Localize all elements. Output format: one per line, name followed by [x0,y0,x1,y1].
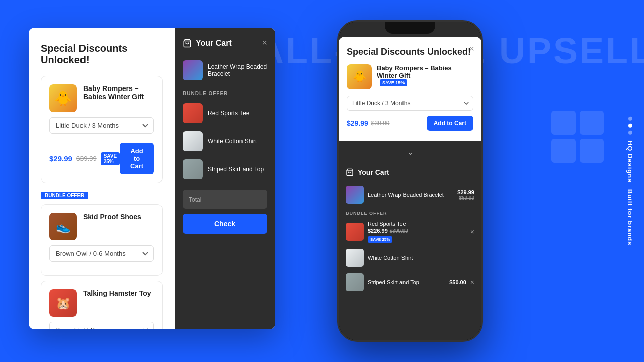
product-name-shoes: Skid Proof Shoes [83,213,154,221]
cart-item-name-bracelet: Leather Wrap Beaded Bracelet [208,63,267,77]
mobile-price-row-baby: $29.99 $39.99 [347,119,390,127]
mobile-remove-red-tee[interactable]: × [470,228,474,236]
product-name-hamster: Talking Hamster Toy [83,289,154,297]
dot-3 [628,131,632,135]
chevron-down-icon: ⌄ [339,142,481,161]
mobile-cart-price-orig-bracelet: $69.99 [457,195,474,201]
mobile-remove-skirt[interactable]: × [470,278,474,286]
cart-item-img-white-shirt [183,131,203,151]
dot-1 [628,117,632,121]
bundle-badge: BUNDLE OFFER [41,192,88,199]
mobile-cart-info-skirt: Striped Skirt and Top [368,279,445,285]
right-branding: HQ Designs Built for brands [626,117,634,245]
mobile-price-original-baby: $39.99 [371,120,390,127]
mobile-price-current-baby: $29.99 [347,119,368,127]
add-to-cart-baby[interactable]: Add to Cart [120,143,154,174]
dot-indicators [628,117,632,135]
cart-title: Your Cart [183,39,232,48]
desktop-popup: Special Discounts Unlocked! 🐥 Baby Rompe… [29,28,275,329]
mobile-cart-img-skirt [346,273,364,291]
product-row-shoes: 👟 Skid Proof Shoes [49,213,154,240]
variant-select-hamster[interactable]: Xmas Light Brown [49,322,154,329]
product-img-hamster: 🐹 [49,289,77,317]
mobile-cart-info-red-tee: Red Sports Tee $226.99 $399.99 SAVE 25% [368,221,466,243]
variant-select-baby[interactable]: Little Duck / 3 Months [49,117,154,134]
mobile-cart-price-orig-red-tee: $399.99 [390,228,408,234]
decorative-squares [551,111,604,163]
phone-screen: Special Discounts Unlocked! × 🐥 Baby Rom… [339,22,481,340]
mobile-product-info-baby: Baby Rompers – Babies Winter Gift SAVE 1… [377,64,473,86]
mobile-card-footer-baby: $29.99 $39.99 Add to Cart [347,116,473,131]
mobile-cart-img-bracelet [346,186,364,204]
mobile-discount-popup: Special Discounts Unlocked! × 🐥 Baby Rom… [339,37,481,141]
mobile-variant-select-baby[interactable]: Little Duck / 3 Months [347,96,473,111]
cart-item-name-skirt: Striped Skirt and Top [208,166,267,173]
product-img-shoes: 👟 [49,213,77,240]
mobile-close-button[interactable]: × [469,44,474,54]
mobile-cart-img-white-shirt [346,249,364,267]
mobile-cart-prices-bracelet: $29.99 $69.99 [457,189,474,201]
bundle-section-label: BUNDLE OFFER [183,90,267,96]
mobile-cart-icon [346,168,354,176]
save-badge-baby: SAVE 25% [101,152,120,165]
cart-item-img-red-tee [183,103,203,123]
branding-tagline: Built for brands [626,189,634,245]
mobile-save-badge-baby: SAVE 15% [380,79,407,86]
mobile-cart-item-skirt: Striped Skirt and Top $50.00 × [346,270,474,294]
cart-icon [183,39,192,48]
variant-select-shoes[interactable]: Brown Owl / 0-6 Months [49,245,154,262]
mobile-cart-name-white-shirt: White Cotton Shirt [368,255,474,261]
mobile-product-name-baby: Baby Rompers – Babies Winter Gift [377,64,473,79]
product-img-baby: 🐥 [49,84,77,112]
mobile-cart-item-bracelet: Leather Wrap Beaded Bracelet $29.99 $69.… [346,183,474,207]
mobile-product-row-baby: 🐥 Baby Rompers – Babies Winter Gift SAVE… [347,64,473,89]
mobile-product-img-baby: 🐥 [347,64,372,89]
product-row-baby: 🐥 Baby Rompers – Babies Winter Gift [49,84,154,112]
phone-notch [385,22,435,34]
bundle-card: BUNDLE OFFER 👟 Skid Proof Shoes Brown Ow… [41,190,163,329]
cart-item-img-bracelet [183,60,203,80]
product-name-baby: Baby Rompers – Babies Winter Gift [83,84,154,101]
cart-close-button[interactable]: × [262,38,267,48]
total-bar: Total [183,190,267,209]
mobile-save-tag-red-tee: SAVE 25% [368,236,392,243]
price-current-baby: $29.99 [49,154,72,163]
branding-label: HQ Designs [626,141,634,183]
mobile-add-to-cart-baby[interactable]: Add to Cart [427,116,473,131]
mobile-cart-price-red-tee: $226.99 [368,228,388,234]
cart-item-red-tee: Red Sports Tee [183,99,267,127]
mobile-cart-section: Your Cart Leather Wrap Beaded Bracelet $… [339,161,481,301]
cart-item-white-shirt: White Cotton Shirt [183,127,267,155]
product-card-shoes: 👟 Skid Proof Shoes Brown Owl / 0-6 Month… [41,204,163,276]
cart-item-name-white-shirt: White Cotton Shirt [208,138,267,145]
discount-title: Special Discounts Unlocked! [41,43,163,66]
cart-item-name-red-tee: Red Sports Tee [208,110,267,117]
mobile-cart-info-bracelet: Leather Wrap Beaded Bracelet [368,192,453,198]
cart-item-skirt: Striped Skirt and Top [183,155,267,184]
mobile-cart-name-red-tee: Red Sports Tee [368,221,466,227]
mobile-cart-name-bracelet: Leather Wrap Beaded Bracelet [368,192,453,198]
card-footer-baby: $29.99 $39.99 SAVE 25% Add to Cart [49,143,154,174]
mobile-cart-item-red-tee: Red Sports Tee $226.99 $399.99 SAVE 25% … [346,218,474,246]
cart-item-bracelet: Leather Wrap Beaded Bracelet [183,56,267,84]
checkout-button[interactable]: Check [183,214,267,234]
cart-header: Your Cart × [183,38,267,48]
dot-2 [628,124,632,128]
product-card-hamster: 🐹 Talking Hamster Toy Xmas Light Brown [41,281,163,329]
mobile-cart-title: Your Cart [346,168,474,176]
product-card-baby-rompers: 🐥 Baby Rompers – Babies Winter Gift Litt… [41,76,163,183]
mobile-cart-item-white-shirt: White Cotton Shirt [346,246,474,270]
cart-panel: Your Cart × Leather Wrap Beaded Bracelet… [175,28,275,329]
phone-mockup: Special Discounts Unlocked! × 🐥 Baby Rom… [337,20,483,342]
mobile-cart-name-skirt: Striped Skirt and Top [368,279,445,285]
discount-panel: Special Discounts Unlocked! 🐥 Baby Rompe… [29,28,175,329]
total-label: Total [189,196,201,203]
price-original-baby: $39.99 [76,155,97,162]
product-row-hamster: 🐹 Talking Hamster Toy [49,289,154,317]
mobile-discount-title: Special Discounts Unlocked! [347,47,473,57]
mobile-cart-price-bracelet: $29.99 [457,189,474,195]
chevron-separator: ⌄ [339,142,481,161]
mobile-cart-info-white-shirt: White Cotton Shirt [368,255,474,261]
mobile-bundle-label: BUNDLE OFFER [346,211,474,216]
price-row-baby: $29.99 $39.99 SAVE 25% [49,152,120,165]
